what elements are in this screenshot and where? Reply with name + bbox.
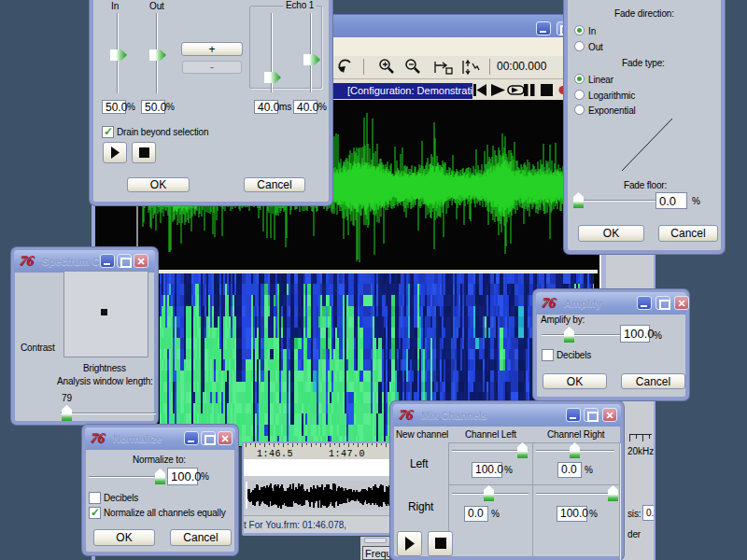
svg-text:00:00.000: 00:00.000 [497,60,547,73]
